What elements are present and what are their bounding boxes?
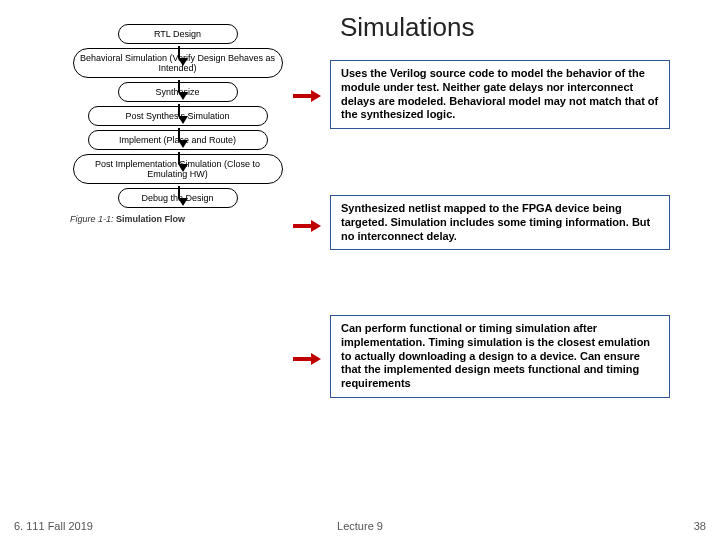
pointer-arrow-icon	[293, 92, 321, 100]
pointer-arrow-icon	[293, 355, 321, 363]
pointer-arrow-icon	[293, 222, 321, 230]
figure-title: Simulation Flow	[116, 214, 185, 224]
footer-lecture: Lecture 9	[0, 520, 720, 532]
callout-behavioral-sim: Uses the Verilog source code to model th…	[330, 60, 670, 129]
callout-postimpl-sim: Can perform functional or timing simulat…	[330, 315, 670, 398]
figure-caption: Figure 1-1: Simulation Flow	[70, 214, 285, 224]
footer-page: 38	[694, 520, 706, 532]
page-title: Simulations	[340, 12, 474, 43]
flow-node-rtl: RTL Design	[118, 24, 238, 44]
figure-number: Figure 1-1:	[70, 214, 114, 224]
callout-postsynth-sim: Synthesized netlist mapped to the FPGA d…	[330, 195, 670, 250]
simulation-flow-diagram: RTL Design Behavioral Simulation (Verify…	[70, 24, 285, 224]
